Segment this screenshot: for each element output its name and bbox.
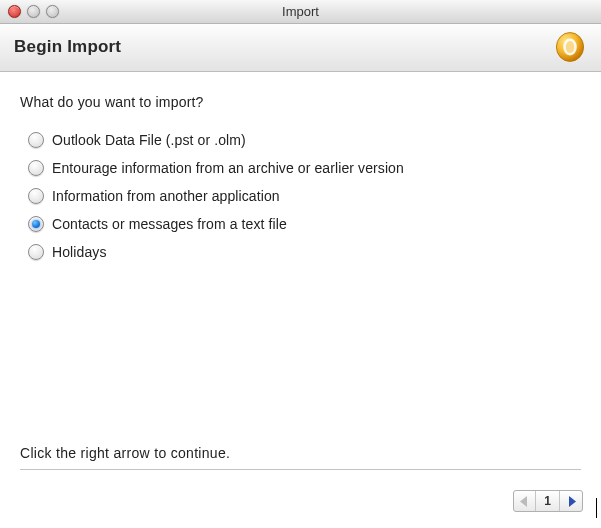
footer-divider <box>20 469 581 470</box>
chevron-right-icon <box>567 496 576 507</box>
minimize-window-button[interactable] <box>27 5 40 18</box>
chevron-left-icon <box>520 496 529 507</box>
outlook-logo-icon <box>553 30 587 64</box>
window-controls <box>8 5 59 18</box>
option-label: Outlook Data File (.pst or .olm) <box>52 132 246 148</box>
close-window-button[interactable] <box>8 5 21 18</box>
wizard-footer: Click the right arrow to continue. <box>20 445 581 470</box>
radio-icon <box>28 132 44 148</box>
window-title: Import <box>0 4 601 19</box>
svg-point-2 <box>566 41 575 53</box>
radio-icon <box>28 160 44 176</box>
wizard-header: Begin Import <box>0 24 601 72</box>
svg-marker-3 <box>520 496 527 507</box>
next-page-button[interactable] <box>560 491 582 511</box>
option-text-file[interactable]: Contacts or messages from a text file <box>28 216 581 232</box>
option-label: Entourage information from an archive or… <box>52 160 404 176</box>
option-holidays[interactable]: Holidays <box>28 244 581 260</box>
continue-hint: Click the right arrow to continue. <box>20 445 581 469</box>
import-options-group: Outlook Data File (.pst or .olm) Entoura… <box>28 132 581 260</box>
svg-marker-4 <box>569 496 576 507</box>
radio-icon <box>28 188 44 204</box>
window-titlebar: Import <box>0 0 601 24</box>
text-caret <box>596 498 597 518</box>
page-title: Begin Import <box>14 37 121 57</box>
option-label: Contacts or messages from a text file <box>52 216 287 232</box>
zoom-window-button[interactable] <box>46 5 59 18</box>
option-label: Holidays <box>52 244 107 260</box>
option-entourage-archive[interactable]: Entourage information from an archive or… <box>28 160 581 176</box>
radio-icon <box>28 216 44 232</box>
page-number: 1 <box>536 491 560 511</box>
prev-page-button[interactable] <box>514 491 536 511</box>
option-other-application[interactable]: Information from another application <box>28 188 581 204</box>
radio-icon <box>28 244 44 260</box>
option-outlook-data-file[interactable]: Outlook Data File (.pst or .olm) <box>28 132 581 148</box>
option-label: Information from another application <box>52 188 280 204</box>
import-prompt: What do you want to import? <box>20 94 581 110</box>
wizard-pager: 1 <box>513 490 583 512</box>
wizard-content: What do you want to import? Outlook Data… <box>0 72 601 270</box>
